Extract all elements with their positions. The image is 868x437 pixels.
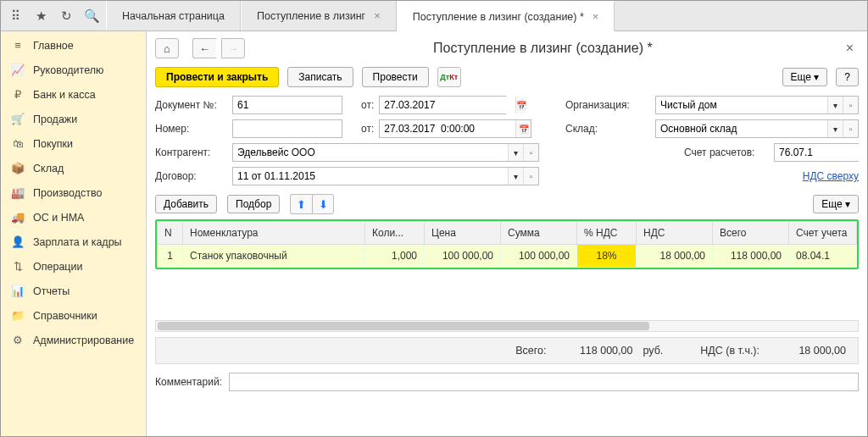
- acct-label: Счет расчетов:: [684, 147, 769, 158]
- box-icon: 📦: [11, 162, 25, 174]
- dropdown-icon[interactable]: ▾: [827, 120, 843, 137]
- tab-leasing-create[interactable]: Поступление в лизинг (создание) *×: [397, 1, 615, 31]
- col-qty[interactable]: Коли...: [365, 222, 425, 245]
- close-icon[interactable]: ×: [374, 9, 381, 22]
- sidebar-item-sales[interactable]: 🛒Продажи: [1, 107, 146, 131]
- counterparty-input[interactable]: [233, 144, 508, 161]
- save-button[interactable]: Записать: [287, 67, 353, 87]
- calendar-icon[interactable]: 📅: [515, 97, 526, 113]
- star-icon[interactable]: ★: [31, 7, 50, 25]
- more-button[interactable]: Еще ▾: [782, 68, 828, 86]
- calendar-icon[interactable]: 📅: [515, 120, 531, 137]
- open-icon[interactable]: ▫: [843, 97, 858, 113]
- col-vat[interactable]: НДС: [637, 222, 713, 245]
- from-label: от:: [361, 99, 374, 111]
- sidebar-item-salary[interactable]: 👤Зарплата и кадры: [1, 230, 146, 254]
- warehouse-input[interactable]: [656, 120, 827, 137]
- sidebar-item-assets[interactable]: 🚚ОС и НМА: [1, 205, 146, 230]
- report-icon: 📊: [11, 285, 25, 297]
- col-acct[interactable]: Счет учета: [789, 222, 857, 245]
- sidebar-item-catalogs[interactable]: 📁Справочники: [1, 303, 146, 328]
- dropdown-icon[interactable]: ▾: [508, 144, 523, 161]
- sidebar: ≡Главное 📈Руководителю ₽Банк и касса 🛒Пр…: [1, 31, 147, 436]
- warehouse-label: Склад:: [565, 123, 650, 135]
- doc-no-input[interactable]: [232, 96, 342, 114]
- factory-icon: 🏭: [11, 186, 25, 199]
- truck-icon: 🚚: [11, 211, 25, 224]
- date2-input[interactable]: [380, 120, 515, 137]
- org-label: Организация:: [565, 99, 650, 111]
- transfer-icon: ⇅: [11, 260, 25, 273]
- sidebar-item-operations[interactable]: ⇅Операции: [1, 254, 146, 279]
- home-button[interactable]: ⌂: [155, 38, 179, 58]
- col-sum[interactable]: Сумма: [501, 222, 577, 245]
- table-row[interactable]: 1 Станок упаковочный 1,000 100 000,00 10…: [158, 245, 857, 268]
- sidebar-item-admin[interactable]: ⚙Администрирование: [1, 328, 146, 352]
- apps-icon[interactable]: ⠿: [6, 7, 25, 25]
- col-name[interactable]: Номенклатура: [183, 222, 365, 245]
- comment-input[interactable]: [229, 373, 859, 391]
- main-content: ⌂ ← → Поступление в лизинг (создание) * …: [147, 31, 867, 436]
- dtkt-button[interactable]: ДтКт: [437, 67, 461, 87]
- tab-leasing[interactable]: Поступление в лизинг×: [241, 1, 397, 30]
- add-row-button[interactable]: Добавить: [155, 195, 217, 213]
- folder-icon: 📁: [11, 309, 25, 322]
- post-and-close-button[interactable]: Провести и закрыть: [155, 67, 279, 87]
- bag-icon: 🛍: [11, 137, 25, 150]
- move-down-button[interactable]: ⬇: [312, 194, 334, 214]
- number-label: Номер:: [155, 123, 227, 135]
- col-n[interactable]: N: [158, 222, 183, 245]
- counterparty-label: Контрагент:: [155, 147, 227, 158]
- col-price[interactable]: Цена: [425, 222, 501, 245]
- col-vat-pct[interactable]: % НДС: [577, 222, 637, 245]
- help-button[interactable]: ?: [836, 68, 859, 86]
- open-icon[interactable]: ▫: [523, 168, 538, 185]
- chart-icon: 📈: [11, 64, 25, 76]
- post-button[interactable]: Провести: [362, 67, 429, 87]
- select-button[interactable]: Подбор: [227, 195, 280, 213]
- move-up-button[interactable]: ⬆: [290, 194, 312, 214]
- tab-home[interactable]: Начальная страница: [106, 1, 241, 30]
- sidebar-item-manager[interactable]: 📈Руководителю: [1, 58, 146, 82]
- page-title: Поступление в лизинг (создание) *: [250, 41, 836, 56]
- close-page-button[interactable]: ×: [841, 41, 859, 56]
- org-input[interactable]: [656, 97, 827, 113]
- grid-more-button[interactable]: Еще ▾: [813, 195, 859, 213]
- contract-input[interactable]: [233, 168, 508, 185]
- history-icon[interactable]: ↻: [57, 7, 75, 25]
- vat-mode-link[interactable]: НДС сверху: [803, 170, 859, 182]
- cart-icon: 🛒: [11, 113, 25, 125]
- menu-icon: ≡: [11, 39, 25, 52]
- back-button[interactable]: ←: [192, 38, 216, 58]
- date1-input[interactable]: [380, 97, 515, 113]
- gear-icon: ⚙: [11, 334, 25, 346]
- sidebar-item-production[interactable]: 🏭Производство: [1, 180, 146, 205]
- sidebar-item-reports[interactable]: 📊Отчеты: [1, 279, 146, 303]
- forward-button[interactable]: →: [221, 38, 245, 58]
- totals-bar: Всего: 118 000,00 руб. НДС (в т.ч.): 18 …: [155, 337, 859, 364]
- items-grid: N Номенклатура Коли... Цена Сумма % НДС …: [155, 219, 859, 269]
- col-total[interactable]: Всего: [713, 222, 789, 245]
- ruble-icon: ₽: [11, 88, 25, 101]
- dropdown-icon[interactable]: ▾: [508, 168, 523, 185]
- horizontal-scrollbar[interactable]: [155, 320, 859, 332]
- top-toolbar: ⠿ ★ ↻ 🔍 Начальная страница Поступление в…: [1, 1, 867, 31]
- close-icon[interactable]: ×: [593, 10, 599, 23]
- contract-label: Договор:: [155, 170, 227, 182]
- from-label-2: от:: [361, 123, 374, 135]
- comment-label: Комментарий:: [155, 376, 222, 388]
- dropdown-icon[interactable]: ▾: [827, 97, 843, 113]
- number-input[interactable]: [232, 119, 342, 138]
- sidebar-item-warehouse[interactable]: 📦Склад: [1, 156, 146, 180]
- acct-input[interactable]: [775, 144, 867, 161]
- doc-no-label: Документ №:: [155, 99, 227, 111]
- open-icon[interactable]: ▫: [843, 120, 858, 137]
- person-icon: 👤: [11, 235, 25, 248]
- search-icon[interactable]: 🔍: [82, 7, 101, 25]
- sidebar-item-purchases[interactable]: 🛍Покупки: [1, 131, 146, 156]
- sidebar-item-bank[interactable]: ₽Банк и касса: [1, 82, 146, 107]
- sidebar-item-main[interactable]: ≡Главное: [1, 33, 146, 58]
- open-icon[interactable]: ▫: [523, 144, 538, 161]
